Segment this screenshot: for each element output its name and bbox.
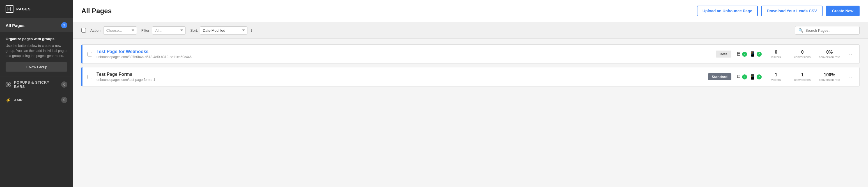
amp-label: AMP — [14, 98, 23, 102]
action-group: Action: Choose... — [90, 26, 137, 34]
more-menu-button[interactable]: ··· — [844, 51, 854, 57]
row-checkbox[interactable] — [88, 52, 92, 56]
upload-page-button[interactable]: Upload an Unbounce Page — [697, 6, 758, 16]
pages-icon — [6, 5, 13, 13]
target-icon — [6, 82, 11, 87]
action-select[interactable]: Choose... — [103, 26, 137, 34]
row-checkbox[interactable] — [88, 75, 92, 79]
sort-select[interactable]: Date Modified — [200, 26, 247, 34]
download-leads-button[interactable]: Download Your Leads CSV — [761, 6, 822, 16]
popups-badge: 0 — [61, 81, 67, 88]
mobile-icon: 📱 — [749, 74, 755, 80]
visitors-label: visitors — [766, 78, 786, 81]
conversions-number: 0 — [793, 50, 812, 55]
conversion-rate-stat: 0% conversion rate — [819, 50, 840, 59]
visitors-stat: 0 visitors — [766, 50, 786, 59]
filter-label: Filter: — [142, 28, 151, 32]
device-icons: 🖥 ✓ 📱 ✓ — [736, 51, 762, 57]
sort-direction-icon[interactable]: ↓ — [250, 28, 253, 33]
all-pages-label: All Pages — [6, 23, 25, 28]
desktop-check-icon: ✓ — [742, 74, 747, 79]
conversion-rate-stat: 100% conversion rate — [819, 73, 840, 81]
filter-select[interactable]: All... — [152, 26, 186, 34]
sort-group: Sort: Date Modified ↓ — [190, 26, 252, 34]
more-menu-button[interactable]: ··· — [844, 74, 854, 80]
sort-label: Sort: — [190, 28, 198, 32]
page-stats: 0 visitors 0 conversions 0% conversion r… — [766, 50, 840, 59]
page-info: Test Page Forms unbouncepages.com/test-p… — [96, 72, 703, 82]
mobile-device-group: 📱 ✓ — [749, 74, 762, 80]
sidebar-item-popups[interactable]: POPUPS & STICKY BARS 0 — [0, 76, 73, 93]
all-pages-badge: 2 — [61, 22, 67, 28]
conversion-rate-label: conversion rate — [819, 55, 840, 59]
table-row: Test Page for Webhooks unbouncepages.com… — [81, 44, 860, 64]
organize-title: Organize pages with groups! — [6, 37, 67, 41]
popups-left: POPUPS & STICKY BARS — [6, 80, 61, 89]
page-url: unbouncepages.com/test-page-forms-1 — [96, 78, 703, 82]
sidebar-item-all-pages[interactable]: All Pages 2 — [0, 18, 73, 32]
page-name-link[interactable]: Test Page Forms — [96, 72, 132, 77]
status-badge: Beta — [716, 51, 732, 58]
conversions-stat: 0 conversions — [793, 50, 812, 59]
desktop-device-group: 🖥 ✓ — [736, 74, 747, 80]
desktop-icon: 🖥 — [736, 74, 741, 80]
page-info: Test Page for Webhooks unbouncepages.com… — [96, 49, 711, 59]
sidebar: PAGES All Pages 2 Organize pages with gr… — [0, 0, 73, 187]
table-row: Test Page Forms unbouncepages.com/test-p… — [81, 67, 860, 86]
page-stats: 1 visitors 1 conversions 100% conversion… — [766, 73, 840, 81]
filter-group: Filter: All... — [142, 26, 186, 34]
select-all-checkbox[interactable] — [81, 28, 86, 32]
bolt-icon: ⚡ — [6, 98, 11, 103]
visitors-label: visitors — [766, 55, 786, 59]
amp-left: ⚡ AMP — [6, 98, 23, 103]
conversion-rate-number: 100% — [819, 73, 840, 78]
mobile-device-group: 📱 ✓ — [749, 51, 762, 57]
conversions-label: conversions — [793, 55, 812, 59]
amp-badge: 0 — [61, 97, 67, 103]
main-content: All Pages Upload an Unbounce Page Downlo… — [73, 0, 868, 187]
sidebar-item-amp[interactable]: ⚡ AMP 0 — [0, 93, 73, 107]
organize-desc: Use the button below to create a new gro… — [6, 43, 67, 58]
main-header: All Pages Upload an Unbounce Page Downlo… — [73, 0, 868, 22]
organize-section: Organize pages with groups! Use the butt… — [0, 32, 73, 76]
conversions-number: 1 — [793, 73, 812, 78]
sidebar-title: PAGES — [16, 7, 31, 11]
search-container: 🔍 — [795, 26, 860, 34]
visitors-stat: 1 visitors — [766, 73, 786, 81]
mobile-check-icon: ✓ — [756, 52, 762, 57]
conversions-label: conversions — [793, 78, 812, 81]
conversion-rate-label: conversion rate — [819, 78, 840, 81]
svg-point-5 — [8, 84, 9, 85]
desktop-check-icon: ✓ — [742, 52, 747, 57]
desktop-icon: 🖥 — [736, 51, 741, 57]
toolbar: Action: Choose... Filter: All... Sort: D… — [73, 22, 868, 39]
visitors-number: 0 — [766, 50, 786, 55]
mobile-icon: 📱 — [749, 51, 755, 57]
action-label: Action: — [90, 28, 101, 32]
mobile-check-icon: ✓ — [756, 74, 762, 79]
page-url: unbouncepages.com/897b0b4a-d518-4cf0-b31… — [96, 55, 711, 59]
search-input[interactable] — [805, 28, 856, 32]
header-actions: Upload an Unbounce Page Download Your Le… — [697, 6, 860, 16]
page-list: Test Page for Webhooks unbouncepages.com… — [73, 39, 868, 96]
search-icon: 🔍 — [799, 28, 803, 32]
desktop-device-group: 🖥 ✓ — [736, 51, 747, 57]
popups-label: POPUPS & STICKY BARS — [14, 80, 61, 89]
device-icons: 🖥 ✓ 📱 ✓ — [736, 74, 762, 80]
conversions-stat: 1 conversions — [793, 73, 812, 81]
page-name-link[interactable]: Test Page for Webhooks — [96, 49, 148, 54]
visitors-number: 1 — [766, 73, 786, 78]
new-group-button[interactable]: + New Group — [6, 62, 67, 72]
page-title: All Pages — [81, 7, 112, 15]
conversion-rate-number: 0% — [819, 50, 840, 55]
create-new-button[interactable]: Create New — [826, 6, 860, 16]
status-badge: Standard — [708, 73, 732, 80]
sidebar-header: PAGES — [0, 0, 73, 18]
